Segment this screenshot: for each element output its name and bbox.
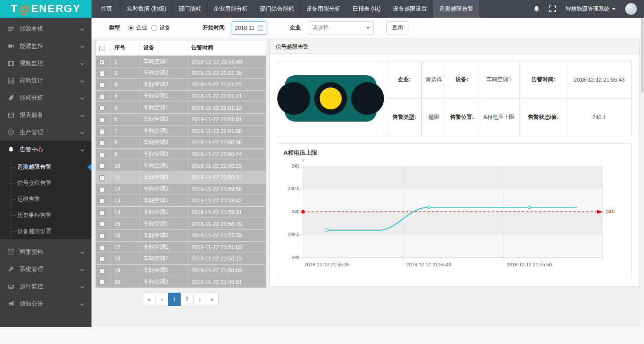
row-checkbox[interactable] — [99, 82, 104, 87]
top-nav-item[interactable]: 企业用能分析 — [208, 0, 254, 18]
table-row[interactable]: 4车间空调12018-11-22 22:01:21 — [96, 90, 266, 102]
type-radio[interactable] — [151, 25, 157, 31]
row-checkbox[interactable] — [99, 175, 104, 180]
app-window: T@ENERGY 首页实时数据 (秒级)部门能耗企业用能分析部门综合能耗设备用能… — [0, 0, 644, 327]
row-checkbox[interactable] — [99, 268, 104, 273]
row-checkbox[interactable] — [99, 140, 104, 146]
cell-no: 16 — [110, 229, 139, 241]
row-checkbox[interactable] — [99, 210, 104, 215]
row-checkbox[interactable] — [99, 129, 104, 134]
sidebar-item[interactable]: 能源监控 — [0, 37, 91, 55]
type-radio[interactable] — [128, 25, 134, 31]
table-row[interactable]: 20车间空调22018-11-22 21:49:51 — [96, 276, 266, 288]
sidebar-item[interactable]: 生产管理 — [0, 124, 91, 141]
row-checkbox[interactable] — [99, 280, 104, 285]
enterprise-select[interactable]: 请选择 — [308, 21, 374, 35]
page-button[interactable]: « — [143, 293, 156, 306]
bell-icon — [8, 146, 14, 153]
system-menu[interactable]: 智慧能源管理系统 — [565, 5, 616, 13]
avatar[interactable] — [625, 3, 637, 15]
sidebar-item[interactable]: 告警中心 — [0, 141, 91, 158]
table-row[interactable]: 8车间空调22018-11-22 22:00:36 — [96, 137, 266, 149]
top-nav: 首页实时数据 (秒级)部门能耗企业用能分析部门综合能耗设备用能分析日报表 (电)… — [91, 0, 479, 18]
row-checkbox[interactable] — [99, 164, 104, 169]
sidebar-item[interactable]: 报表服务 — [0, 106, 91, 124]
bell-icon[interactable] — [533, 5, 540, 12]
table-row[interactable]: 7车间空调12018-11-22 22:01:00 — [96, 125, 266, 137]
table-row[interactable]: 11车间空调22018-11-22 22:00:11 — [96, 171, 266, 183]
chevron-down-icon — [80, 60, 84, 67]
sidebar-subitem[interactable]: 历史事件告警 — [11, 207, 91, 223]
row-checkbox[interactable] — [99, 187, 104, 192]
row-checkbox[interactable] — [99, 71, 104, 76]
cell-no: 2 — [110, 67, 139, 79]
top-nav-item[interactable]: 日报表 (电) — [347, 0, 387, 18]
page-button[interactable]: › — [193, 293, 206, 306]
info-value: A相电压上限 — [478, 98, 520, 136]
sidebar-item[interactable]: 视频监控 — [0, 55, 91, 72]
chevron-down-icon — [80, 129, 84, 136]
calendar-icon[interactable] — [258, 25, 263, 31]
cell-no: 3 — [110, 79, 139, 91]
page-button[interactable]: ‹ — [156, 293, 168, 306]
table-row[interactable]: 14车间空调12018-11-22 21:59:31 — [96, 206, 266, 218]
row-checkbox[interactable] — [99, 198, 104, 204]
cell-no: 8 — [110, 137, 139, 149]
table-row[interactable]: 9车间空调22018-11-22 22:00:24 — [96, 148, 266, 160]
table-row[interactable]: 6车间空调22018-11-22 22:01:01 — [96, 113, 266, 125]
table-row[interactable]: 16车间空调12018-11-22 21:57:59 — [96, 229, 266, 241]
top-nav-item[interactable]: 实时数据 (秒级) — [121, 0, 173, 18]
top-nav-item[interactable]: 首页 — [91, 0, 121, 18]
sidebar-item[interactable]: 能耗分析 — [0, 89, 91, 106]
table-row[interactable]: 15车间空调12018-11-22 21:58:49 — [96, 218, 266, 230]
cell-device: 车间空调2 — [139, 67, 187, 79]
page-button[interactable]: 1 — [168, 293, 181, 306]
sidebar-item[interactable]: 运行监控 — [0, 278, 91, 295]
table-row[interactable]: 13车间空调12018-11-22 21:59:42 — [96, 195, 266, 207]
page-button[interactable]: » — [206, 293, 219, 306]
top-nav-item[interactable]: 设备用能分析 — [300, 0, 347, 18]
row-checkbox[interactable]: ✓ — [99, 59, 104, 64]
table-row[interactable]: 19车间空调12018-11-22 21:50:03 — [96, 264, 266, 276]
top-nav-item[interactable]: 设备越限设置 — [387, 0, 433, 18]
row-checkbox[interactable] — [99, 94, 104, 99]
cell-time: 2018-11-22 22:01:00 — [187, 125, 266, 137]
row-checkbox[interactable] — [99, 233, 104, 238]
select-all-checkbox[interactable] — [99, 46, 104, 51]
table-row[interactable]: ✓1车间空调12018-12-12 21:55:43 — [96, 56, 266, 67]
sidebar-item[interactable]: 能耗统计 — [0, 72, 91, 89]
sidebar-item[interactable]: 能源看板 — [0, 20, 91, 37]
type-radio-label: 设备 — [159, 24, 170, 31]
query-button[interactable]: 查询 — [386, 21, 408, 35]
table-row[interactable]: 3车间空调22018-11-22 22:01:22 — [96, 79, 266, 91]
row-checkbox[interactable] — [99, 117, 104, 122]
table-row[interactable]: 5车间空调12018-11-22 22:01:12 — [96, 102, 266, 114]
top-nav-item[interactable]: 部门能耗 — [173, 0, 208, 18]
sidebar-subitem[interactable]: 信号变位告警 — [11, 175, 91, 191]
table-row[interactable]: 12车间空调22018-11-22 21:59:58 — [96, 183, 266, 195]
cell-device: 车间空调1 — [139, 56, 187, 67]
row-checkbox[interactable] — [99, 245, 104, 250]
sidebar-item[interactable]: 通知公告 — [0, 295, 91, 312]
top-nav-item[interactable]: 遥测越限告警 — [433, 0, 479, 18]
table-row[interactable]: 17车间空调12018-11-22 21:51:03 — [96, 241, 266, 253]
table-row[interactable]: 10车间空调12018-11-22 22:00:22 — [96, 160, 266, 172]
fullscreen-icon[interactable] — [549, 5, 556, 12]
svg-text:2018-12-12 21:55:35: 2018-12-12 21:55:35 — [304, 262, 349, 268]
row-checkbox[interactable] — [99, 152, 104, 157]
sidebar-item[interactable]: 档案资料 — [0, 243, 91, 260]
sidebar-subitem[interactable]: 运维告警 — [11, 191, 91, 207]
page-scrollbar[interactable] — [640, 18, 644, 327]
table-row[interactable]: 18车间空调12018-11-22 21:50:13 — [96, 253, 266, 265]
top-nav-item[interactable]: 部门综合能耗 — [254, 0, 300, 18]
row-checkbox[interactable] — [99, 222, 104, 227]
start-time-input[interactable] — [235, 25, 255, 31]
sidebar-subitem[interactable]: 遥测越限告警 — [11, 159, 91, 175]
row-checkbox[interactable] — [99, 106, 104, 111]
table-row[interactable]: 2车间空调22018-11-22 22:01:35 — [96, 67, 266, 79]
sidebar-item[interactable]: 系统管理 — [0, 260, 91, 278]
row-checkbox[interactable] — [99, 257, 104, 262]
page-button[interactable]: 2 — [181, 293, 194, 306]
sidebar-subitem[interactable]: 设备越限设置 — [11, 223, 91, 239]
info-label: 告警时间: — [520, 61, 567, 99]
